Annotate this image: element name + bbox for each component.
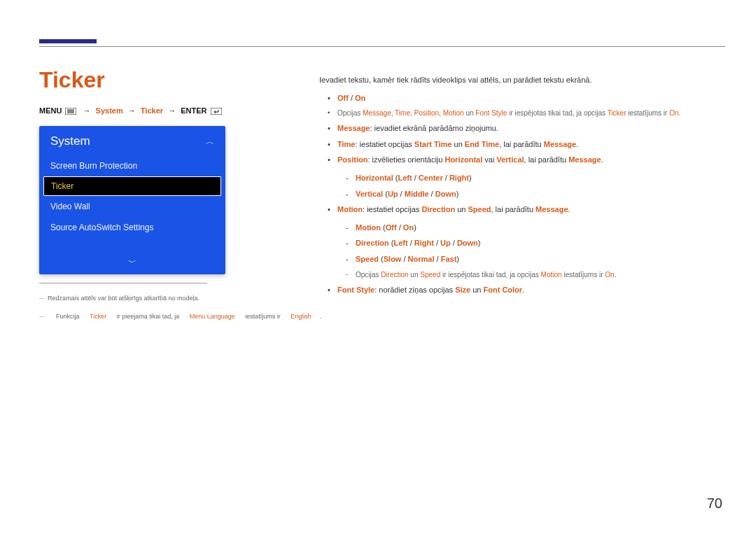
breadcrumb-system: System: [96, 106, 123, 115]
system-menu-panel: System ︿ Screen Burn Protection Ticker V…: [39, 126, 225, 274]
menu-item-screen-burn[interactable]: Screen Burn Protection: [39, 155, 225, 176]
option-off-on: Off / On: [319, 92, 722, 105]
option-message: Message: ievadiet ekrānā parādāmo ziņoju…: [319, 122, 722, 135]
arrow-icon: →: [125, 106, 139, 115]
arrow-icon: →: [80, 106, 94, 115]
intro-text: Ievadiet tekstu, kamēr tiek rādīts video…: [319, 74, 722, 87]
page-title: Ticker: [39, 67, 105, 93]
note-motion-on: Opcijas Direction un Speed ir iespējotas…: [337, 269, 722, 281]
option-motion: Motion: iestatiet opcijas Direction un S…: [319, 204, 722, 280]
menu-icon: [65, 108, 76, 115]
breadcrumb-menu: MENU: [39, 106, 62, 115]
footnote-2-text: Funkcija Ticker ir pieejama tikai tad, j…: [48, 313, 321, 320]
chevron-down-icon[interactable]: ﹀: [39, 257, 225, 269]
menu-item-video-wall[interactable]: Video Wall: [39, 196, 225, 217]
header-accent: [39, 39, 97, 43]
page-number: 70: [707, 496, 722, 512]
option-font-style: Font Style: norādiet ziņas opcijas Size …: [319, 284, 722, 297]
content-body: Ievadiet tekstu, kamēr tiek rādīts video…: [319, 74, 722, 300]
option-time: Time: iestatiet opcijas Start Time un En…: [319, 139, 722, 151]
svg-rect-4: [211, 108, 222, 115]
breadcrumb-ticker: Ticker: [141, 106, 163, 115]
option-position: Position: izvēlieties orientāciju Horizo…: [319, 154, 722, 200]
menu-item-ticker[interactable]: Ticker: [43, 176, 221, 196]
enter-icon: [211, 108, 222, 115]
menu-item-source-autoswitch[interactable]: Source AutoSwitch Settings: [39, 217, 225, 238]
breadcrumb-enter: ENTER: [181, 106, 206, 115]
note-ticker-on: Opcijas Message, Time, Position, Motion …: [319, 108, 722, 119]
panel-title: System: [50, 134, 90, 148]
option-position-horizontal: Horizontal (Left / Center / Right): [337, 172, 722, 185]
option-motion-toggle: Motion (Off / On): [337, 222, 722, 234]
option-position-vertical: Vertical (Up / Middle / Down): [337, 188, 722, 201]
footnote-2: Funkcija Ticker ir pieejama tikai tad, j…: [39, 312, 321, 322]
header-divider: [39, 46, 725, 47]
arrow-icon: →: [165, 106, 178, 115]
panel-header: System ︿: [39, 126, 225, 155]
option-motion-direction: Direction (Left / Right / Up / Down): [337, 237, 722, 250]
option-motion-speed: Speed (Slow / Normal / Fast): [337, 253, 722, 266]
footnote-1: Redzamais attēls var būt atšķirīgs atkar…: [39, 294, 200, 304]
chevron-up-icon[interactable]: ︿: [206, 136, 214, 148]
footnote-1-text: Redzamais attēls var būt atšķirīgs atkar…: [48, 295, 200, 302]
breadcrumb: MENU → System → Ticker → ENTER: [39, 106, 223, 115]
footnote-divider: [39, 283, 207, 283]
